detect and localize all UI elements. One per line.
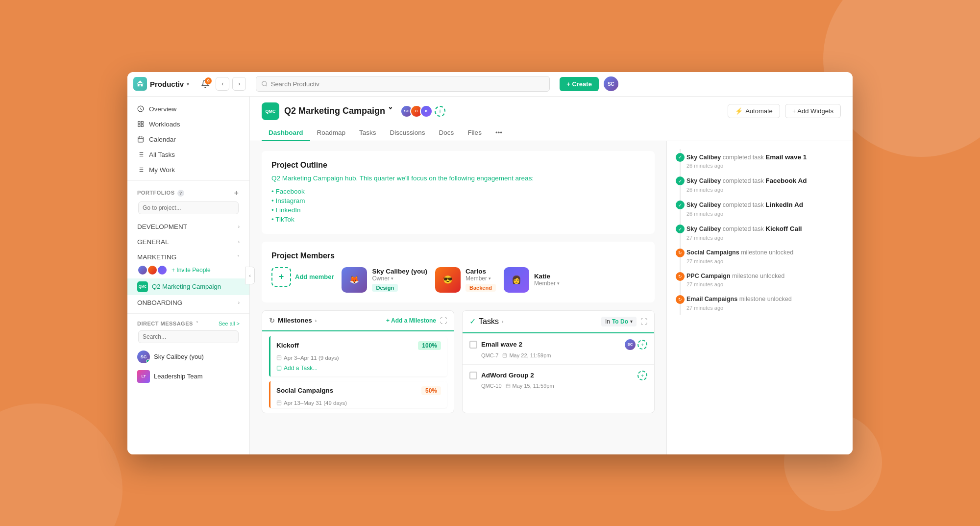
tab-files[interactable]: Files (461, 125, 489, 141)
search-input[interactable] (271, 80, 544, 88)
tab-discussions[interactable]: Discussions (383, 125, 432, 141)
svg-rect-27 (277, 366, 281, 370)
sidebar-item-calendar[interactable]: Calendar (127, 132, 249, 147)
activity-time-7: 27 minutes ago (686, 305, 845, 311)
add-milestone-button[interactable]: + Add a Milestone (386, 317, 436, 324)
activity-item-3: ✓ Sky Calibey completed task LinkedIn Ad… (680, 197, 845, 221)
automate-button[interactable]: ⚡ Automate (728, 104, 780, 118)
activity-time-1: 26 minutes ago (686, 163, 845, 169)
milestone-chevron-icon: › (315, 318, 317, 324)
notification-button[interactable]: 9 (198, 76, 213, 91)
portfolio-search-input[interactable] (138, 201, 239, 214)
dm-search-input[interactable] (138, 330, 239, 343)
project-members-section: Project Members + Add member (262, 242, 655, 302)
activity-text-2: Sky Calibey completed task Facebook Ad (686, 176, 845, 186)
outline-item-facebook: • Facebook (271, 187, 645, 196)
activity-user-5: Social Campaigns (686, 249, 739, 256)
search-icon (261, 80, 268, 87)
activity-subject-4: Kickoff Call (765, 225, 802, 232)
filter-todo-label: To Do (612, 318, 628, 325)
milestones-widget: ↻ Milestones › + Add a Milestone ⛶ (262, 310, 454, 413)
tasks-header: ✓ Tasks › In To Do ▾ (463, 311, 654, 333)
activity-action-4: completed task (723, 225, 766, 232)
portfolio-search (132, 200, 245, 216)
tasks-filter-right: In To Do ▾ ⛶ (601, 317, 647, 326)
add-widgets-button[interactable]: + Add Widgets (785, 104, 841, 118)
tab-more[interactable]: ••• (489, 125, 509, 141)
add-member-card[interactable]: + Add member (271, 267, 334, 287)
onboarding-chevron-icon: › (238, 300, 240, 305)
sidebar-item-marketing[interactable]: MARKETING ˅ (127, 250, 249, 265)
sidebar-item-general[interactable]: GENERAL › (127, 234, 249, 250)
add-portfolio-button[interactable]: ＋ (233, 189, 240, 198)
sidebar-item-overview[interactable]: Overview (127, 101, 249, 117)
add-member-label: Add member (295, 273, 334, 280)
overview-icon (137, 105, 144, 112)
dm-search (132, 328, 245, 345)
invite-people-link[interactable]: + Invite People (172, 267, 211, 274)
member-role-carlos[interactable]: Member ▾ (466, 275, 496, 282)
activity-content-3: Sky Calibey completed task LinkedIn Ad 2… (686, 200, 845, 217)
widgets-row: ↻ Milestones › + Add a Milestone ⛶ (262, 310, 655, 413)
project-name[interactable]: Q2 Marketing Campaign ˅ (284, 106, 392, 117)
activity-content-6: PPC Campaign milestone unlocked 27 minut… (686, 272, 845, 288)
tab-dashboard[interactable]: Dashboard (262, 125, 310, 141)
dm-item-sky[interactable]: SC Sky Calibey (you) (127, 347, 249, 367)
sidebar-item-q2-marketing[interactable]: QMC Q2 Marketing Campaign (127, 278, 249, 295)
calendar-small-icon-2 (276, 400, 282, 405)
milestones-expand-icon[interactable]: ⛶ (440, 317, 447, 325)
activity-content-1: Sky Calibey completed task Email wave 1 … (686, 153, 845, 169)
task-assignee-avatar-sky: SC (625, 339, 636, 350)
milestone-social: Social Campaigns 50% Apr 13–May 31 (49 d… (269, 381, 447, 408)
logo-area[interactable]: Productiv ▾ (133, 77, 189, 91)
activity-action-7: milestone unlocked (739, 296, 792, 302)
tab-docs[interactable]: Docs (432, 125, 461, 141)
task-id-email-wave: QMC-7 (481, 352, 498, 358)
tasks-expand-icon[interactable]: ⛶ (640, 318, 647, 326)
sidebar-collapse-button[interactable]: ‹ (245, 267, 255, 284)
tab-roadmap[interactable]: Roadmap (310, 125, 353, 141)
sidebar-item-my-work[interactable]: My Work (127, 162, 249, 177)
sidebar-item-all-tasks[interactable]: All Tasks (127, 147, 249, 162)
task-checkbox-email-wave[interactable] (469, 341, 477, 349)
add-assignee-button-adword[interactable]: + (637, 371, 647, 380)
my-work-label: My Work (149, 166, 175, 174)
svg-rect-6 (141, 125, 143, 126)
svg-rect-5 (138, 125, 140, 126)
activity-text-1: Sky Calibey completed task Email wave 1 (686, 153, 845, 162)
member-role-katie[interactable]: Member ▾ (534, 280, 560, 287)
development-label: DEVELOPMENT (137, 223, 187, 230)
add-task-kickoff-button[interactable]: Add a Task... (270, 363, 447, 376)
user-avatar[interactable]: SC (604, 76, 618, 91)
dm-item-leadership[interactable]: LT Leadership Team (127, 367, 249, 386)
task-top-adword: AdWord Group 2 + (469, 371, 647, 380)
project-title-row: QMC Q2 Marketing Campaign ˅ SC C K (262, 102, 841, 120)
all-tasks-icon (137, 151, 144, 158)
activity-text-4: Sky Calibey completed task Kickoff Call (686, 225, 845, 234)
forward-button[interactable]: › (232, 77, 246, 91)
sidebar-item-workloads[interactable]: Workloads (127, 117, 249, 132)
member-name-sky: Sky Calibey (you) (372, 268, 427, 275)
marketing-project-label: Q2 Marketing Campaign (152, 283, 221, 290)
add-member-small-button[interactable]: + (435, 106, 445, 117)
task-checkbox-adword[interactable] (469, 372, 477, 379)
workloads-icon (137, 121, 144, 127)
project-name-chevron-icon: ˅ (388, 106, 392, 117)
calendar-label: Calendar (149, 136, 176, 143)
tasks-widget: ✓ Tasks › In To Do ▾ (462, 310, 655, 413)
tab-tasks[interactable]: Tasks (352, 125, 383, 141)
create-button[interactable]: + Create (560, 77, 599, 91)
back-button[interactable]: ‹ (216, 77, 229, 91)
sidebar-item-development[interactable]: DEVELOPMENT › (127, 219, 249, 234)
see-all-link[interactable]: See all > (219, 321, 240, 326)
project-member-pics: SC C K + (400, 105, 445, 118)
member-role-sky[interactable]: Owner ▾ (372, 275, 427, 282)
outline-heading: Project Outline (271, 161, 645, 170)
add-assignee-button-email-wave[interactable]: + (637, 340, 647, 350)
sidebar-item-onboarding[interactable]: ONBOARDING › (127, 295, 249, 310)
main-dashboard: Project Outline Q2 Marketing Campaign hu… (250, 141, 666, 454)
task-top-email-wave: Email wave 2 SC + (469, 339, 647, 350)
task-meta-email-wave: QMC-7 May 22, 11:59pm (469, 352, 647, 358)
tasks-filter-badge[interactable]: In To Do ▾ (601, 317, 637, 326)
activity-user-2: Sky Calibey (686, 177, 721, 184)
